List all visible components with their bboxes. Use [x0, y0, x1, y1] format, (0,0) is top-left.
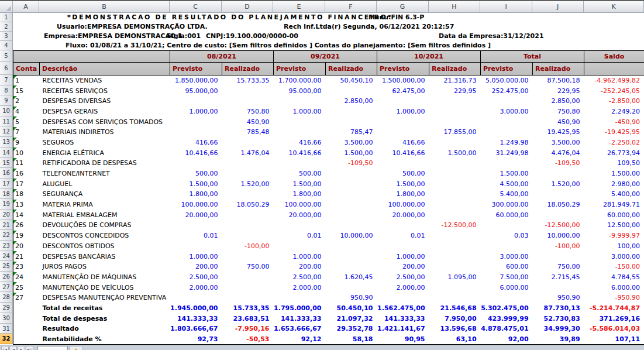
cell-realizado-oct[interactable]: 1.500,00 — [429, 147, 481, 158]
cell-previsto-total[interactable]: 1.249,98 — [481, 138, 533, 148]
cell-realizado-aug[interactable]: 750,00 — [222, 262, 274, 272]
cell-realizado-sep[interactable] — [326, 210, 377, 220]
cell-descricao[interactable]: SEGURANÇA — [40, 189, 170, 200]
cell-previsto-oct[interactable]: 1.562.475,00 — [377, 303, 429, 314]
cell-realizado-sep[interactable]: 21.097,32 — [326, 313, 377, 324]
row-header-19[interactable]: 19 — [0, 199, 13, 210]
cell-realizado-sep[interactable] — [326, 169, 377, 179]
header-group-oct-2021[interactable]: 10/2021 — [377, 51, 481, 63]
cell-descricao[interactable]: DESPESAS DIVERSAS — [40, 96, 170, 107]
cell-previsto-sep[interactable]: 1.700.000,00 — [274, 76, 326, 86]
cell-realizado-total[interactable]: 87.500,18 — [533, 76, 584, 86]
cell-realizado-oct[interactable]: 229,95 — [429, 85, 481, 96]
cell-realizado-oct[interactable] — [429, 293, 481, 303]
cell-descricao[interactable]: DESCONTOS OBTIDOS — [40, 241, 170, 252]
cell-realizado-sep[interactable] — [326, 116, 377, 127]
cell-saldo[interactable]: -2.250,02 — [584, 138, 644, 148]
cell-realizado-total[interactable]: -109,50 — [533, 158, 584, 169]
cell-previsto-sep[interactable]: 1.653.666,67 — [274, 324, 326, 334]
cell-realizado-total[interactable]: 87.730,13 — [533, 303, 584, 314]
row-header-28[interactable]: 28 — [0, 292, 13, 303]
cell-realizado-sep[interactable] — [326, 262, 377, 272]
cell-previsto-oct[interactable] — [377, 293, 429, 303]
cell-previsto-total[interactable]: 252.475,00 — [481, 85, 533, 96]
cell-realizado-total[interactable]: 34.999,30 — [533, 324, 584, 334]
sheet-nav-first-button[interactable]: |◀ — [1, 346, 9, 350]
cell-previsto-oct[interactable] — [377, 241, 429, 252]
cell-previsto-total[interactable]: 300.000,00 — [481, 200, 533, 210]
cell-realizado-total[interactable]: 750,80 — [533, 107, 584, 117]
cell-previsto-total[interactable] — [481, 293, 533, 303]
cell-previsto-oct[interactable] — [377, 116, 429, 127]
column-header-G[interactable]: G — [377, 1, 429, 13]
cell-realizado-oct[interactable]: 7.950,00 — [429, 313, 481, 324]
cell-realizado-total[interactable]: 950,90 — [533, 293, 584, 303]
cell-descricao[interactable]: MATERIAIS INDIRETOS — [40, 127, 170, 138]
row-header-24[interactable]: 24 — [0, 251, 13, 262]
cell-previsto-total[interactable] — [481, 116, 533, 127]
cell-realizado-oct[interactable]: 17.855,00 — [429, 127, 481, 138]
cell-previsto-total[interactable]: 7.500,00 — [481, 272, 533, 283]
cell-previsto-total[interactable]: 6.000,00 — [481, 282, 533, 293]
cell-previsto-aug[interactable] — [170, 241, 222, 252]
cell-realizado-aug[interactable]: 450,90 — [222, 116, 274, 127]
row-header-3[interactable]: 3 — [0, 32, 13, 41]
cell-realizado-total[interactable]: 2.850,00 — [533, 96, 584, 107]
cell-previsto-total[interactable] — [481, 158, 533, 169]
row-header-29[interactable]: 29 — [0, 303, 13, 313]
cell-previsto-oct[interactable]: 1.000,00 — [377, 251, 429, 262]
cell-previsto-aug[interactable]: 92,73 — [170, 334, 222, 345]
cell-realizado-sep[interactable] — [326, 179, 377, 189]
cell-saldo[interactable]: 1.500,00 — [584, 169, 644, 179]
cell-previsto-aug[interactable] — [170, 220, 222, 231]
cell-realizado-aug[interactable] — [222, 210, 274, 220]
cell-realizado-aug[interactable]: -50,53 — [222, 334, 274, 345]
row-header-12[interactable]: 12 — [0, 126, 13, 137]
cell-realizado-sep[interactable]: 58,18 — [326, 334, 377, 345]
cell-previsto-oct[interactable] — [377, 220, 429, 231]
cell-realizado-total[interactable]: 1.520,00 — [533, 179, 584, 189]
cell-previsto-oct[interactable]: 100.000,00 — [377, 200, 429, 210]
cell-realizado-total[interactable] — [533, 251, 584, 262]
column-header-J[interactable]: J — [532, 1, 584, 13]
cell-realizado-total[interactable]: 4.476,04 — [533, 147, 584, 158]
cell-previsto-total[interactable]: 60.000,00 — [481, 210, 533, 220]
cell-saldo[interactable]: -950,90 — [584, 293, 644, 303]
cell-previsto-sep[interactable]: 200,00 — [274, 262, 326, 272]
cell-previsto-total[interactable]: 3.000,00 — [481, 251, 533, 262]
cell-previsto-aug[interactable]: 10.416,66 — [170, 147, 222, 158]
cell-realizado-oct[interactable] — [429, 179, 481, 189]
cell-previsto-oct[interactable]: 416,66 — [377, 138, 429, 148]
cell-realizado-aug[interactable] — [222, 272, 274, 283]
cell-realizado-aug[interactable] — [222, 282, 274, 293]
row-header-17[interactable]: 17 — [0, 179, 13, 189]
row-header-15[interactable]: 15 — [0, 158, 13, 169]
cell-realizado-total[interactable]: 10.000,00 — [533, 231, 584, 241]
cell-previsto-aug[interactable]: 2.000,00 — [170, 282, 222, 293]
cell-realizado-total[interactable]: 19.425,95 — [533, 127, 584, 138]
cell-descricao[interactable]: ENERGIA ELÉTRICA — [40, 147, 170, 158]
cell-realizado-oct[interactable]: 21.546,68 — [429, 303, 481, 314]
cell-previsto-oct[interactable] — [377, 158, 429, 169]
cell-realizado-total[interactable] — [533, 189, 584, 200]
cell-realizado-sep[interactable]: 3.500,00 — [326, 138, 377, 148]
cell-realizado-aug[interactable] — [222, 220, 274, 231]
row-header-25[interactable]: 25 — [0, 261, 13, 272]
column-header-B[interactable]: B — [39, 1, 170, 13]
cell-descricao[interactable]: TELEFONE/INTERNET — [40, 169, 170, 179]
cell-realizado-sep[interactable]: 1.500,00 — [326, 147, 377, 158]
cell-previsto-total[interactable]: 5.302.475,00 — [481, 303, 533, 314]
row-header-26[interactable]: 26 — [0, 272, 13, 282]
row-header-22[interactable]: 22 — [0, 230, 13, 241]
cell-previsto-oct[interactable]: 62.475,00 — [377, 85, 429, 96]
cell-realizado-total[interactable]: 52.730,83 — [533, 313, 584, 324]
cell-realizado-aug[interactable] — [222, 158, 274, 169]
cell-realizado-aug[interactable]: 18.050,29 — [222, 200, 274, 210]
column-header-H[interactable]: H — [429, 1, 480, 13]
cell-realizado-sep[interactable]: 785,47 — [326, 127, 377, 138]
cell-previsto-oct[interactable]: 500,00 — [377, 169, 429, 179]
cell-descricao[interactable]: RECEITAS SERVIÇOS — [40, 85, 170, 96]
row-header-14[interactable]: 14 — [0, 147, 13, 158]
cell-realizado-aug[interactable]: 15.733,35 — [222, 303, 274, 314]
cell-conta[interactable]: 21 — [13, 251, 40, 262]
